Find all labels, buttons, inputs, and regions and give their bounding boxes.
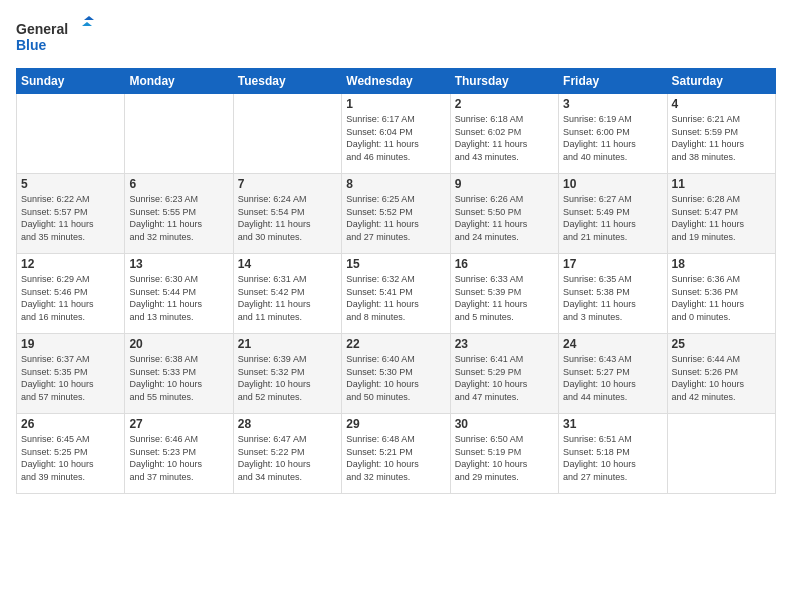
calendar-cell: 14Sunrise: 6:31 AM Sunset: 5:42 PM Dayli… (233, 254, 341, 334)
svg-marker-3 (82, 22, 92, 26)
day-info: Sunrise: 6:33 AM Sunset: 5:39 PM Dayligh… (455, 273, 554, 323)
day-info: Sunrise: 6:27 AM Sunset: 5:49 PM Dayligh… (563, 193, 662, 243)
day-number: 5 (21, 177, 120, 191)
day-info: Sunrise: 6:26 AM Sunset: 5:50 PM Dayligh… (455, 193, 554, 243)
calendar-cell: 18Sunrise: 6:36 AM Sunset: 5:36 PM Dayli… (667, 254, 775, 334)
calendar-cell: 21Sunrise: 6:39 AM Sunset: 5:32 PM Dayli… (233, 334, 341, 414)
calendar-cell: 6Sunrise: 6:23 AM Sunset: 5:55 PM Daylig… (125, 174, 233, 254)
day-number: 12 (21, 257, 120, 271)
weekday-header-sunday: Sunday (17, 69, 125, 94)
day-info: Sunrise: 6:44 AM Sunset: 5:26 PM Dayligh… (672, 353, 771, 403)
logo: General Blue (16, 16, 96, 56)
day-number: 15 (346, 257, 445, 271)
calendar-cell: 28Sunrise: 6:47 AM Sunset: 5:22 PM Dayli… (233, 414, 341, 494)
day-number: 20 (129, 337, 228, 351)
calendar-cell (17, 94, 125, 174)
day-info: Sunrise: 6:40 AM Sunset: 5:30 PM Dayligh… (346, 353, 445, 403)
calendar-cell: 10Sunrise: 6:27 AM Sunset: 5:49 PM Dayli… (559, 174, 667, 254)
svg-marker-2 (84, 16, 94, 20)
day-number: 27 (129, 417, 228, 431)
calendar-cell: 23Sunrise: 6:41 AM Sunset: 5:29 PM Dayli… (450, 334, 558, 414)
day-number: 16 (455, 257, 554, 271)
day-info: Sunrise: 6:39 AM Sunset: 5:32 PM Dayligh… (238, 353, 337, 403)
calendar-cell: 29Sunrise: 6:48 AM Sunset: 5:21 PM Dayli… (342, 414, 450, 494)
day-number: 14 (238, 257, 337, 271)
day-info: Sunrise: 6:22 AM Sunset: 5:57 PM Dayligh… (21, 193, 120, 243)
calendar-cell: 5Sunrise: 6:22 AM Sunset: 5:57 PM Daylig… (17, 174, 125, 254)
day-info: Sunrise: 6:24 AM Sunset: 5:54 PM Dayligh… (238, 193, 337, 243)
day-number: 30 (455, 417, 554, 431)
calendar-cell: 12Sunrise: 6:29 AM Sunset: 5:46 PM Dayli… (17, 254, 125, 334)
calendar-cell: 30Sunrise: 6:50 AM Sunset: 5:19 PM Dayli… (450, 414, 558, 494)
calendar-cell (125, 94, 233, 174)
calendar-cell: 9Sunrise: 6:26 AM Sunset: 5:50 PM Daylig… (450, 174, 558, 254)
day-number: 25 (672, 337, 771, 351)
calendar-cell: 22Sunrise: 6:40 AM Sunset: 5:30 PM Dayli… (342, 334, 450, 414)
day-info: Sunrise: 6:41 AM Sunset: 5:29 PM Dayligh… (455, 353, 554, 403)
calendar-week-row: 5Sunrise: 6:22 AM Sunset: 5:57 PM Daylig… (17, 174, 776, 254)
day-number: 8 (346, 177, 445, 191)
day-number: 7 (238, 177, 337, 191)
day-number: 22 (346, 337, 445, 351)
day-info: Sunrise: 6:43 AM Sunset: 5:27 PM Dayligh… (563, 353, 662, 403)
calendar-cell: 25Sunrise: 6:44 AM Sunset: 5:26 PM Dayli… (667, 334, 775, 414)
calendar-cell: 2Sunrise: 6:18 AM Sunset: 6:02 PM Daylig… (450, 94, 558, 174)
day-number: 29 (346, 417, 445, 431)
day-info: Sunrise: 6:25 AM Sunset: 5:52 PM Dayligh… (346, 193, 445, 243)
day-info: Sunrise: 6:35 AM Sunset: 5:38 PM Dayligh… (563, 273, 662, 323)
day-info: Sunrise: 6:19 AM Sunset: 6:00 PM Dayligh… (563, 113, 662, 163)
weekday-header-friday: Friday (559, 69, 667, 94)
day-info: Sunrise: 6:46 AM Sunset: 5:23 PM Dayligh… (129, 433, 228, 483)
calendar-cell: 16Sunrise: 6:33 AM Sunset: 5:39 PM Dayli… (450, 254, 558, 334)
day-number: 28 (238, 417, 337, 431)
calendar-week-row: 19Sunrise: 6:37 AM Sunset: 5:35 PM Dayli… (17, 334, 776, 414)
calendar-cell: 24Sunrise: 6:43 AM Sunset: 5:27 PM Dayli… (559, 334, 667, 414)
calendar-cell: 19Sunrise: 6:37 AM Sunset: 5:35 PM Dayli… (17, 334, 125, 414)
day-info: Sunrise: 6:18 AM Sunset: 6:02 PM Dayligh… (455, 113, 554, 163)
calendar-cell: 27Sunrise: 6:46 AM Sunset: 5:23 PM Dayli… (125, 414, 233, 494)
logo-svg: General Blue (16, 16, 96, 56)
calendar-cell: 8Sunrise: 6:25 AM Sunset: 5:52 PM Daylig… (342, 174, 450, 254)
calendar-cell (233, 94, 341, 174)
day-info: Sunrise: 6:21 AM Sunset: 5:59 PM Dayligh… (672, 113, 771, 163)
calendar-cell: 15Sunrise: 6:32 AM Sunset: 5:41 PM Dayli… (342, 254, 450, 334)
day-info: Sunrise: 6:23 AM Sunset: 5:55 PM Dayligh… (129, 193, 228, 243)
calendar-week-row: 1Sunrise: 6:17 AM Sunset: 6:04 PM Daylig… (17, 94, 776, 174)
day-info: Sunrise: 6:31 AM Sunset: 5:42 PM Dayligh… (238, 273, 337, 323)
calendar-cell: 1Sunrise: 6:17 AM Sunset: 6:04 PM Daylig… (342, 94, 450, 174)
calendar-cell: 7Sunrise: 6:24 AM Sunset: 5:54 PM Daylig… (233, 174, 341, 254)
page: General Blue SundayMondayTuesdayWednesda… (0, 0, 792, 612)
day-number: 9 (455, 177, 554, 191)
calendar-cell: 17Sunrise: 6:35 AM Sunset: 5:38 PM Dayli… (559, 254, 667, 334)
day-number: 3 (563, 97, 662, 111)
day-info: Sunrise: 6:45 AM Sunset: 5:25 PM Dayligh… (21, 433, 120, 483)
calendar-cell: 3Sunrise: 6:19 AM Sunset: 6:00 PM Daylig… (559, 94, 667, 174)
weekday-header-monday: Monday (125, 69, 233, 94)
day-number: 21 (238, 337, 337, 351)
day-info: Sunrise: 6:29 AM Sunset: 5:46 PM Dayligh… (21, 273, 120, 323)
svg-text:Blue: Blue (16, 37, 47, 53)
day-info: Sunrise: 6:50 AM Sunset: 5:19 PM Dayligh… (455, 433, 554, 483)
day-number: 11 (672, 177, 771, 191)
day-number: 4 (672, 97, 771, 111)
calendar-cell: 31Sunrise: 6:51 AM Sunset: 5:18 PM Dayli… (559, 414, 667, 494)
weekday-header-thursday: Thursday (450, 69, 558, 94)
weekday-header-saturday: Saturday (667, 69, 775, 94)
day-number: 23 (455, 337, 554, 351)
day-info: Sunrise: 6:48 AM Sunset: 5:21 PM Dayligh… (346, 433, 445, 483)
weekday-header-tuesday: Tuesday (233, 69, 341, 94)
calendar-cell: 4Sunrise: 6:21 AM Sunset: 5:59 PM Daylig… (667, 94, 775, 174)
day-number: 1 (346, 97, 445, 111)
day-info: Sunrise: 6:30 AM Sunset: 5:44 PM Dayligh… (129, 273, 228, 323)
calendar-week-row: 26Sunrise: 6:45 AM Sunset: 5:25 PM Dayli… (17, 414, 776, 494)
day-number: 2 (455, 97, 554, 111)
calendar-table: SundayMondayTuesdayWednesdayThursdayFrid… (16, 68, 776, 494)
calendar-cell: 13Sunrise: 6:30 AM Sunset: 5:44 PM Dayli… (125, 254, 233, 334)
calendar-cell: 11Sunrise: 6:28 AM Sunset: 5:47 PM Dayli… (667, 174, 775, 254)
day-number: 18 (672, 257, 771, 271)
svg-text:General: General (16, 21, 68, 37)
day-info: Sunrise: 6:51 AM Sunset: 5:18 PM Dayligh… (563, 433, 662, 483)
day-number: 17 (563, 257, 662, 271)
day-number: 6 (129, 177, 228, 191)
day-number: 10 (563, 177, 662, 191)
